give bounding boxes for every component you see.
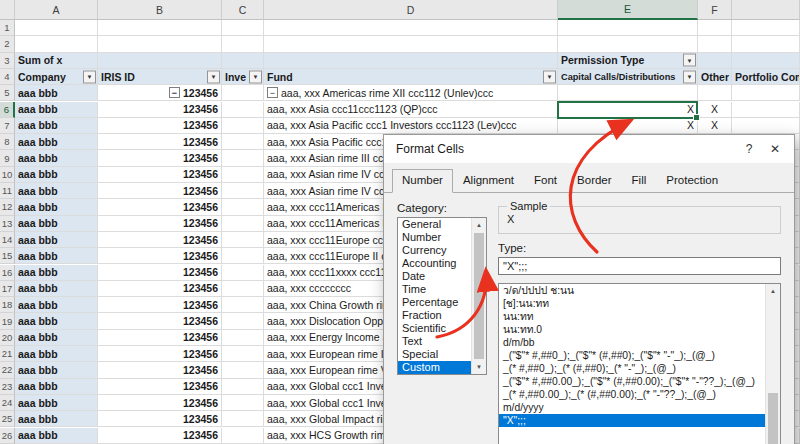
format-option[interactable]: d/m/bb (499, 336, 780, 349)
column-header-D[interactable]: D (264, 0, 558, 20)
cell-G4[interactable]: Portfolio Com (732, 69, 800, 85)
cell-C12[interactable] (222, 199, 264, 215)
row-header-12[interactable]: 12 (0, 199, 15, 215)
format-list[interactable]: ว/ด/ปปปป ช:นน[ช]:นน:ททนน:ททนน:ทท.0d/m/bb… (498, 283, 781, 444)
filter-dropdown-icon[interactable]: ▼ (249, 70, 262, 83)
column-header-G[interactable] (732, 0, 800, 20)
row-header-24[interactable]: 24 (0, 395, 15, 411)
cell-E4[interactable]: Capital Calls/Distributions▼ (558, 69, 698, 85)
cell-G7[interactable] (732, 118, 800, 134)
cell-E1[interactable] (558, 20, 698, 36)
cell-E5[interactable] (558, 85, 698, 101)
tab-protection[interactable]: Protection (656, 169, 728, 192)
cell-A21[interactable]: aaa bbb (15, 346, 98, 362)
scrollbar-thumb[interactable] (768, 393, 778, 444)
format-scrollbar[interactable]: ▲ ▼ (765, 284, 780, 444)
cell-C11[interactable] (222, 183, 264, 199)
cell-A17[interactable]: aaa bbb (15, 281, 98, 297)
cell-A3[interactable]: Sum of x (15, 53, 98, 69)
cell-F7[interactable]: X (698, 118, 732, 134)
cell-B15[interactable]: 123456 (98, 248, 222, 264)
cell-E2[interactable] (558, 36, 698, 52)
tab-font[interactable]: Font (524, 169, 567, 192)
filter-dropdown-icon[interactable]: ▼ (83, 70, 96, 83)
row-header-16[interactable]: 16 (0, 265, 15, 281)
cell-B26[interactable]: 123456 (98, 428, 222, 444)
cell-B18[interactable]: 123456 (98, 297, 222, 313)
column-header-A[interactable]: A (15, 0, 98, 20)
cell-E6[interactable]: X (558, 102, 698, 118)
row-header-8[interactable]: 8 (0, 134, 15, 150)
cell-D7[interactable]: aaa, xxx Asia Pacific ccc1 Investors ccc… (264, 118, 558, 134)
cell-C23[interactable] (222, 379, 264, 395)
format-option[interactable]: [ช]:นน:ทท (499, 297, 780, 310)
format-option[interactable]: นน:ทท.0 (499, 323, 780, 336)
cell-F1[interactable] (698, 20, 732, 36)
cell-B14[interactable]: 123456 (98, 232, 222, 248)
cell-C15[interactable] (222, 248, 264, 264)
cell-B25[interactable]: 123456 (98, 411, 222, 427)
cell-C1[interactable] (222, 20, 264, 36)
cell-C8[interactable] (222, 134, 264, 150)
cell-A2[interactable] (15, 36, 98, 52)
row-header-20[interactable]: 20 (0, 330, 15, 346)
cell-A22[interactable]: aaa bbb (15, 362, 98, 378)
cell-C19[interactable] (222, 313, 264, 329)
cell-B2[interactable] (98, 36, 222, 52)
cell-B22[interactable]: 123456 (98, 362, 222, 378)
cell-B24[interactable]: 123456 (98, 395, 222, 411)
format-option[interactable]: _(* #,##0_);_(* (#,##0);_(* "-"_);_(@_) (499, 362, 780, 375)
row-header-10[interactable]: 10 (0, 167, 15, 183)
cell-C18[interactable] (222, 297, 264, 313)
row-header-23[interactable]: 23 (0, 379, 15, 395)
cell-C24[interactable] (222, 395, 264, 411)
cell-D2[interactable] (264, 36, 558, 52)
scroll-up-icon[interactable]: ▲ (472, 218, 486, 232)
cell-B17[interactable]: 123456 (98, 281, 222, 297)
format-option[interactable]: m/d/yyyy (499, 401, 780, 414)
row-header-1[interactable]: 1 (0, 20, 15, 36)
cell-A7[interactable]: aaa bbb (15, 118, 98, 134)
cell-B7[interactable]: 123456 (98, 118, 222, 134)
format-option[interactable]: _(* #,##0.00_);_(* (#,##0.00);_(* "-"??_… (499, 388, 780, 401)
cell-B16[interactable]: 123456 (98, 265, 222, 281)
type-input[interactable] (498, 257, 781, 275)
cell-C2[interactable] (222, 36, 264, 52)
cell-B5[interactable]: −123456 (98, 85, 222, 101)
cell-A24[interactable]: aaa bbb (15, 395, 98, 411)
tab-fill[interactable]: Fill (622, 169, 657, 192)
row-header-13[interactable]: 13 (0, 216, 15, 232)
row-header-11[interactable]: 11 (0, 183, 15, 199)
dialog-close-button[interactable]: ✕ (762, 138, 788, 160)
cell-C13[interactable] (222, 216, 264, 232)
cell-E7[interactable]: X (558, 118, 698, 134)
format-option[interactable]: _("$"* #,##0_);_("$"* (#,##0);_("$"* "-"… (499, 349, 780, 362)
cell-B12[interactable]: 123456 (98, 199, 222, 215)
cell-A19[interactable]: aaa bbb (15, 313, 98, 329)
cell-C3[interactable] (222, 53, 264, 69)
cell-B13[interactable]: 123456 (98, 216, 222, 232)
format-option[interactable]: _("$"* #,##0.00_);_("$"* (#,##0.00);_("$… (499, 375, 780, 388)
cell-G6[interactable] (732, 102, 800, 118)
format-option[interactable]: "X";;; (499, 414, 780, 427)
cell-A11[interactable]: aaa bbb (15, 183, 98, 199)
column-header-B[interactable]: B (98, 0, 222, 20)
cell-A26[interactable]: aaa bbb (15, 428, 98, 444)
cell-B11[interactable]: 123456 (98, 183, 222, 199)
column-header-E[interactable]: E (558, 0, 698, 20)
select-all-corner[interactable] (0, 0, 15, 20)
cell-B6[interactable]: 123456 (98, 102, 222, 118)
cell-C16[interactable] (222, 265, 264, 281)
column-header-F[interactable]: F (698, 0, 732, 20)
cell-A18[interactable]: aaa bbb (15, 297, 98, 313)
cell-C14[interactable] (222, 232, 264, 248)
cell-A1[interactable] (15, 20, 98, 36)
cell-C7[interactable] (222, 118, 264, 134)
row-header-7[interactable]: 7 (0, 118, 15, 134)
cell-A4[interactable]: Company▼ (15, 69, 98, 85)
column-header-C[interactable]: C (222, 0, 264, 20)
cell-D1[interactable] (264, 20, 558, 36)
tab-alignment[interactable]: Alignment (453, 169, 524, 192)
cell-C9[interactable] (222, 150, 264, 166)
row-header-17[interactable]: 17 (0, 281, 15, 297)
